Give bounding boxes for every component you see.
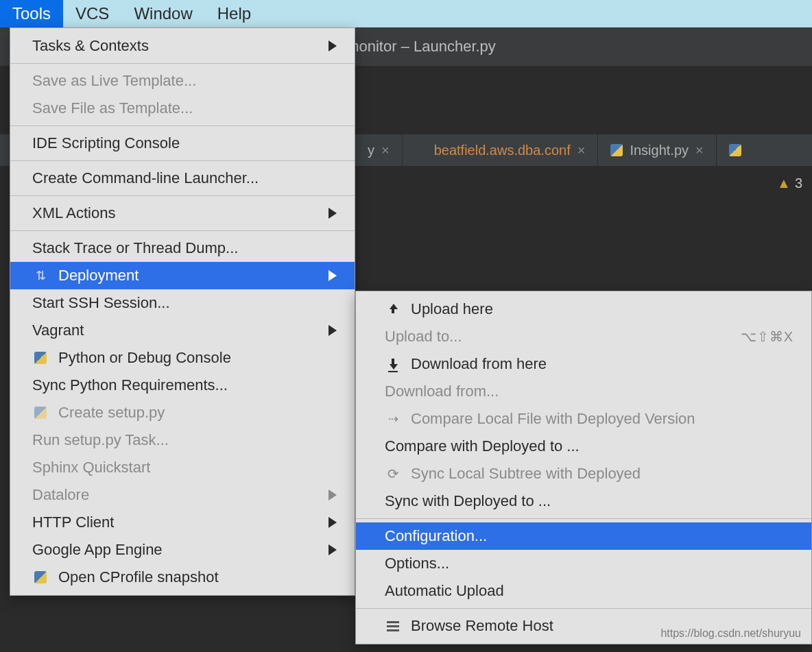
mi-cmdline-launcher[interactable]: Create Command-line Launcher... — [10, 165, 355, 192]
tab-beatfield[interactable]: beatfield.aws.dba.conf × — [403, 134, 599, 166]
sync-icon: ⟳ — [385, 466, 401, 482]
menu-separator — [356, 518, 811, 519]
menu-separator — [10, 125, 355, 126]
inspection-status[interactable]: ▲ 3 — [777, 176, 802, 191]
mi-vagrant[interactable]: Vagrant — [10, 317, 355, 344]
smi-download-from: Download from... — [356, 378, 811, 405]
menu-vcs[interactable]: VCS — [63, 0, 121, 27]
mi-datalore: Datalore — [10, 481, 355, 509]
submenu-arrow-icon — [329, 544, 337, 555]
python-icon — [610, 144, 623, 156]
mi-save-live-template: Save as Live Template... — [10, 67, 355, 95]
tools-dropdown: Tasks & Contexts Save as Live Template..… — [10, 27, 355, 596]
submenu-arrow-icon — [329, 270, 337, 281]
mi-ssh-session[interactable]: Start SSH Session... — [10, 289, 355, 317]
smi-upload-to: Upload to... ⌥⇧⌘X — [356, 323, 811, 350]
smi-options[interactable]: Options... — [356, 550, 811, 577]
mi-save-file-template: Save File as Template... — [10, 95, 355, 122]
mi-run-setup: Run setup.py Task... — [10, 426, 355, 454]
deployment-icon: ⇅ — [32, 268, 49, 283]
menu-separator — [10, 160, 355, 161]
smi-compare-local: ⇢Compare Local File with Deployed Versio… — [356, 405, 811, 433]
mi-python-console[interactable]: Python or Debug Console — [10, 344, 355, 372]
python-icon — [32, 352, 49, 364]
mi-tasks-contexts[interactable]: Tasks & Contexts — [10, 32, 355, 60]
smi-automatic-upload[interactable]: Automatic Upload — [356, 577, 811, 605]
download-icon — [385, 359, 401, 370]
mi-stack-trace[interactable]: Stack Trace or Thread Dump... — [10, 234, 355, 262]
close-icon[interactable]: × — [381, 143, 390, 158]
menu-tools[interactable]: Tools — [0, 0, 63, 27]
mi-sphinx: Sphinx Quickstart — [10, 454, 355, 481]
mi-deployment[interactable]: ⇅Deployment — [10, 262, 355, 289]
submenu-arrow-icon — [329, 40, 337, 51]
warning-count: 3 — [795, 176, 802, 191]
tab-label: beatfield.aws.dba.conf — [434, 143, 571, 158]
smi-sync-local: ⟳Sync Local Subtree with Deployed — [356, 460, 811, 487]
menu-separator — [10, 230, 355, 231]
compare-icon: ⇢ — [385, 411, 401, 426]
python-icon — [32, 571, 49, 583]
close-icon[interactable]: × — [577, 143, 586, 158]
menu-help[interactable]: Help — [205, 0, 263, 27]
menubar: Tools VCS Window Help — [0, 0, 812, 27]
file-icon — [415, 144, 427, 156]
submenu-arrow-icon — [329, 490, 337, 500]
submenu-arrow-icon — [329, 517, 337, 528]
tab-partial[interactable] — [717, 134, 754, 166]
menu-window[interactable]: Window — [121, 0, 204, 27]
smi-download-here[interactable]: Download from here — [356, 350, 811, 378]
smi-configuration[interactable]: Configuration... — [356, 522, 811, 550]
list-icon — [385, 621, 401, 631]
menu-separator — [356, 608, 811, 609]
mi-http-client[interactable]: HTTP Client — [10, 509, 355, 536]
tab-hidden[interactable]: y × — [355, 134, 403, 166]
tab-label: Insight.py — [630, 143, 689, 158]
warning-icon: ▲ — [777, 176, 791, 191]
mi-google-app-engine[interactable]: Google App Engine — [10, 536, 355, 564]
menu-separator — [10, 195, 355, 196]
tab-insight[interactable]: Insight.py × — [598, 134, 716, 166]
mi-ide-scripting[interactable]: IDE Scripting Console — [10, 130, 355, 157]
smi-compare-with[interactable]: Compare with Deployed to ... — [356, 433, 811, 460]
submenu-arrow-icon — [329, 325, 337, 336]
mi-cprofile[interactable]: Open CProfile snapshot — [10, 564, 355, 591]
python-icon — [729, 144, 741, 156]
deployment-submenu: Upload here Upload to... ⌥⇧⌘X Download f… — [355, 291, 812, 644]
shortcut-label: ⌥⇧⌘X — [741, 328, 793, 345]
watermark: https://blog.csdn.net/shuryuu — [660, 627, 801, 640]
upload-icon — [385, 304, 401, 315]
menu-separator — [10, 63, 355, 64]
mi-create-setup: Create setup.py — [10, 399, 355, 426]
submenu-arrow-icon — [329, 208, 337, 219]
mi-xml-actions[interactable]: XML Actions — [10, 200, 355, 227]
python-icon — [32, 407, 49, 419]
smi-upload-here[interactable]: Upload here — [356, 295, 811, 323]
smi-sync-with[interactable]: Sync with Deployed to ... — [356, 487, 811, 515]
mi-sync-requirements[interactable]: Sync Python Requirements... — [10, 372, 355, 399]
close-icon[interactable]: × — [695, 143, 704, 158]
